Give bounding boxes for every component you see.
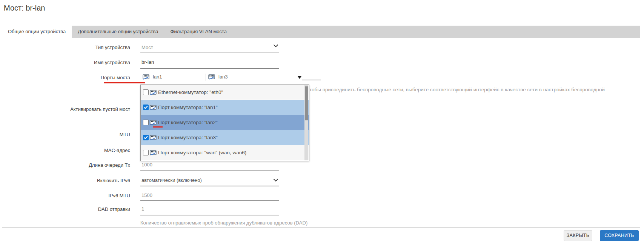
checkbox-unchecked[interactable]	[143, 89, 149, 95]
switch-port-icon	[150, 135, 157, 140]
dropdown-item-lan2[interactable]: Порт коммутатора: "lan2"	[141, 115, 309, 130]
ipv6-enable-label: Включить IPv6	[15, 178, 130, 183]
dropdown-item-lan3[interactable]: Порт коммутатора: "lan3"	[141, 130, 309, 145]
ipv6-mtu-input[interactable]: 1500	[141, 192, 152, 198]
token-label: lan3	[218, 74, 228, 80]
dropdown-item-label: Порт коммутатора: "lan2"	[158, 120, 218, 125]
bridge-ports-help-text: тобы присоединить беспроводные сети, выб…	[309, 87, 605, 92]
switch-port-icon	[150, 120, 157, 125]
ipv6-enable-underline	[140, 186, 279, 186]
dropdown-item-label: Порт коммутатора: "wan" (wan, wan6)	[158, 150, 246, 155]
mac-address-label: MAC-адрес	[15, 148, 130, 153]
dropdown-scrollbar-track[interactable]	[304, 85, 308, 160]
annotation-underline-bridge-ports	[104, 82, 145, 83]
empty-bridge-label: Активировать пустой мост	[15, 106, 130, 112]
annotation-underline-lan2-checkbox	[153, 126, 163, 128]
token-separator	[206, 74, 206, 81]
tx-queue-input[interactable]: 1000	[141, 162, 152, 168]
checkbox-checked[interactable]	[143, 135, 149, 140]
bridge-port-token-lan1[interactable]: lan1	[141, 74, 162, 80]
switch-port-icon	[150, 90, 157, 95]
bridge-ports-label: Порты моста	[15, 75, 130, 80]
dropdown-item-label: Ethernet-коммутатор: "eth0"	[158, 89, 223, 95]
switch-port-icon	[143, 74, 149, 80]
switch-port-icon	[150, 150, 157, 155]
tab-bridge-vlan-filtering[interactable]: Фильтрация VLAN моста	[164, 26, 233, 38]
token-label: lan1	[153, 74, 162, 80]
tab-advanced-device-options[interactable]: Дополнительные опции устройства	[72, 26, 164, 38]
dropdown-item-label: Порт коммутатора: "lan3"	[158, 135, 218, 140]
dropdown-item-wan[interactable]: Порт коммутатора: "wan" (wan, wan6)	[141, 145, 309, 160]
switch-port-icon	[150, 105, 157, 110]
bridge-device-dialog: Мост: br-lan Общие опции устройства Допо…	[0, 0, 644, 246]
device-type-select[interactable]: Мост	[141, 45, 153, 50]
save-button[interactable]: СОХРАНИТЬ	[600, 230, 639, 241]
switch-port-icon	[208, 74, 215, 80]
dropdown-item-label: Порт коммутатора: "lan1"	[158, 105, 218, 110]
tab-bar: Общие опции устройства Дополнительные оп…	[2, 26, 640, 38]
close-button[interactable]: ЗАКРЫТЬ	[564, 230, 592, 241]
dropdown-item-eth0[interactable]: Ethernet-коммутатор: "eth0"	[141, 85, 309, 100]
device-name-input[interactable]: br-lan	[141, 59, 154, 65]
dad-label: DAD отправки	[15, 206, 130, 212]
dropdown-scrollbar-thumb[interactable]	[305, 86, 308, 120]
ipv6-enable-select[interactable]: автоматически (включено)	[141, 177, 202, 183]
dad-underline	[140, 215, 279, 215]
chevron-down-icon[interactable]	[273, 178, 278, 182]
dropdown-item-lan1[interactable]: Порт коммутатора: "lan1"	[141, 100, 309, 115]
device-name-label: Имя устройства	[15, 60, 130, 65]
chevron-down-icon[interactable]	[273, 44, 278, 48]
page-title: Мост: br-lan	[4, 4, 45, 12]
ipv6-mtu-underline	[140, 200, 279, 201]
bridge-ports-underline	[302, 80, 321, 80]
ipv6-mtu-label: IPv6 MTU	[15, 193, 130, 198]
device-name-underline	[140, 68, 279, 69]
device-type-underline	[140, 52, 279, 52]
checkbox-checked[interactable]	[143, 105, 149, 110]
device-type-label: Тип устройства	[15, 45, 130, 50]
dad-input[interactable]: 1	[141, 206, 144, 212]
tx-queue-underline	[140, 170, 279, 171]
tab-general-device-options[interactable]: Общие опции устройства	[2, 26, 72, 38]
checkbox-unchecked[interactable]	[143, 150, 149, 155]
filled-caret-down-icon[interactable]	[298, 76, 301, 79]
bridge-port-token-lan3[interactable]: lan3	[207, 74, 228, 80]
tx-queue-label: Длина очереди Tx	[15, 162, 130, 168]
checkbox-unchecked[interactable]	[143, 120, 149, 125]
mtu-label: MTU	[15, 132, 130, 137]
dad-description: Количество отправляемых проб обнаружения…	[140, 220, 307, 226]
bridge-ports-dropdown: Ethernet-коммутатор: "eth0" Порт коммута…	[140, 85, 309, 161]
